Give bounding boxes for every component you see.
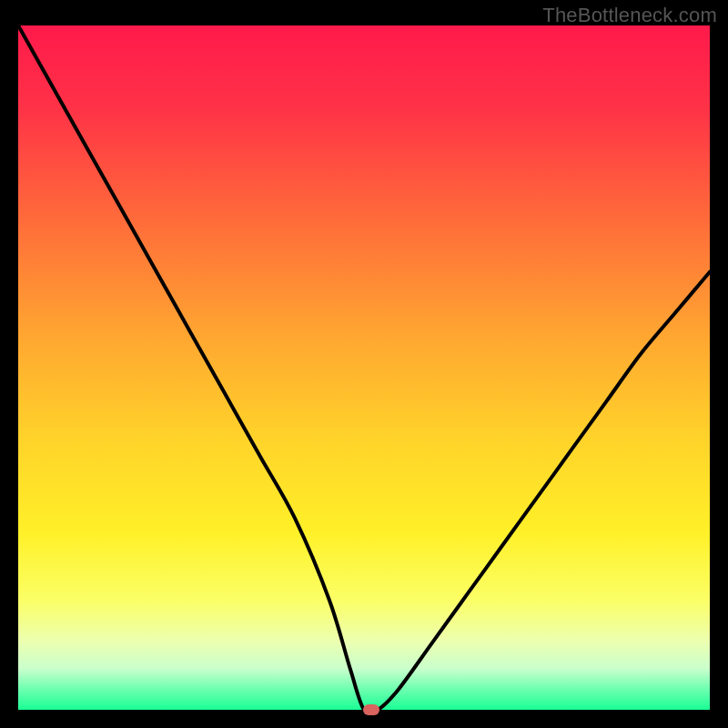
gradient-background bbox=[18, 25, 710, 710]
watermark-text: TheBottleneck.com bbox=[542, 4, 717, 27]
optimal-marker bbox=[363, 704, 379, 715]
app-frame: TheBottleneck.com bbox=[0, 0, 728, 728]
plot-area bbox=[18, 25, 710, 710]
bottleneck-chart bbox=[18, 25, 710, 710]
